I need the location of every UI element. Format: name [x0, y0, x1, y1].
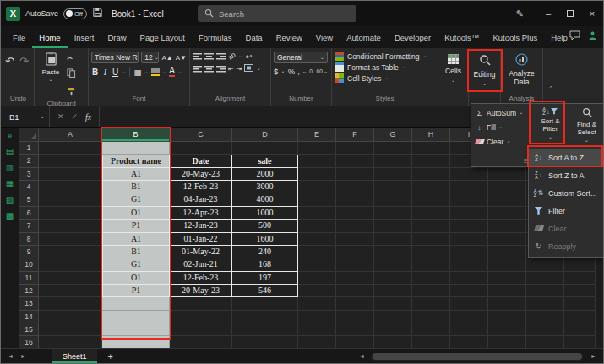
cell-G7[interactable] [374, 220, 412, 232]
cell-F7[interactable] [336, 220, 374, 232]
row-header-14[interactable]: 14 [19, 311, 39, 323]
cell-E8[interactable] [298, 233, 336, 246]
menu-item-custom-sort[interactable]: AZ⇅ Custom Sort... [529, 184, 603, 202]
cell-A4[interactable] [39, 181, 102, 193]
search-box[interactable]: Search [198, 5, 356, 22]
next-sheet-icon[interactable]: ► [20, 353, 26, 359]
cell-C10[interactable]: 02-Jun-21 [170, 258, 232, 271]
row-header-2[interactable]: 2 [19, 155, 39, 167]
row-header-8[interactable]: 8 [19, 233, 39, 246]
format-as-table-button[interactable]: Format as Table [335, 62, 435, 72]
tab-data[interactable]: Data [239, 26, 269, 48]
cell-F9[interactable] [336, 246, 374, 258]
cell-J11[interactable] [488, 272, 526, 285]
font-color-button[interactable]: A [169, 67, 175, 77]
cell-G4[interactable] [374, 181, 412, 193]
tab-file[interactable]: File [6, 26, 32, 48]
cell-F2[interactable] [336, 155, 374, 167]
cell-F10[interactable] [336, 258, 374, 271]
cell-G13[interactable] [374, 297, 412, 310]
kutools-icon-2[interactable]: ▤ [6, 148, 14, 156]
cell-J5[interactable] [488, 193, 526, 206]
cell-A10[interactable] [39, 258, 102, 271]
cell-A6[interactable] [39, 207, 102, 220]
font-size-select[interactable]: 12 [141, 52, 159, 63]
row-header-4[interactable]: 4 [19, 181, 39, 193]
cell-I7[interactable] [450, 220, 488, 232]
align-top-icon[interactable] [193, 52, 202, 60]
cell-D9[interactable]: 240 [232, 246, 298, 258]
cell-H6[interactable] [412, 207, 450, 220]
cell-B1[interactable] [102, 142, 170, 155]
cell-A12[interactable] [39, 285, 102, 297]
cell-H14[interactable] [412, 311, 450, 323]
cell-G3[interactable] [374, 168, 412, 181]
copy-icon[interactable] [67, 66, 76, 81]
insert-function-icon[interactable]: fx [85, 112, 91, 122]
fill-color-button[interactable] [151, 68, 160, 76]
cell-D15[interactable] [232, 323, 298, 336]
cell-B10[interactable]: G1 [102, 258, 170, 271]
row-header-11[interactable]: 11 [19, 272, 39, 285]
cell-C11[interactable]: 12-Feb-23 [170, 272, 232, 285]
column-header-B[interactable]: B [102, 128, 170, 142]
cell-D11[interactable]: 197 [232, 272, 298, 285]
row-header-7[interactable]: 7 [19, 220, 39, 232]
conditional-formatting-button[interactable]: Conditional Formatting [335, 52, 435, 61]
cell-I13[interactable] [450, 297, 488, 310]
cell-J12[interactable] [488, 285, 526, 297]
maximize-button[interactable] [559, 1, 581, 26]
row-header-9[interactable]: 9 [19, 246, 39, 258]
cell-L10[interactable] [564, 258, 596, 271]
cell-C15[interactable] [170, 323, 232, 336]
tab-draw[interactable]: Draw [101, 26, 133, 48]
cell-H12[interactable] [412, 285, 450, 297]
cell-B9[interactable]: B1 [102, 246, 170, 258]
cell-B14[interactable] [102, 311, 170, 323]
cell-J10[interactable] [488, 258, 526, 271]
cell-A14[interactable] [39, 311, 102, 323]
cell-A8[interactable] [39, 233, 102, 246]
cell-G5[interactable] [374, 193, 412, 206]
cell-D6[interactable]: 1000 [232, 207, 298, 220]
cell-F8[interactable] [336, 233, 374, 246]
cell-K13[interactable] [526, 297, 564, 310]
cell-F1[interactable] [336, 142, 374, 155]
cell-A9[interactable] [39, 246, 102, 258]
cell-E1[interactable] [298, 142, 336, 155]
cancel-icon[interactable]: ✕ [57, 112, 64, 121]
kutools-icon-1[interactable]: » [8, 132, 13, 140]
tab-review[interactable]: Review [269, 26, 309, 48]
cell-A7[interactable] [39, 220, 102, 232]
share-icon[interactable] [587, 29, 598, 44]
cell-K12[interactable] [526, 285, 564, 297]
cell-E7[interactable] [298, 220, 336, 232]
cell-H4[interactable] [412, 181, 450, 193]
grow-font-icon[interactable]: A▲ [161, 54, 172, 62]
cell-H15[interactable] [412, 323, 450, 336]
autosum-button[interactable]: Σ AutoSum [471, 106, 531, 120]
align-right-icon[interactable] [216, 65, 226, 73]
cell-I4[interactable] [450, 181, 488, 193]
scroll-right-icon[interactable]: ► [590, 353, 596, 359]
wrap-text-icon[interactable]: ↩ [245, 52, 252, 61]
column-header-C[interactable]: C [170, 128, 232, 142]
column-header-E[interactable]: E [298, 128, 336, 142]
cell-K10[interactable] [526, 258, 564, 271]
cell-F11[interactable] [336, 272, 374, 285]
save-icon[interactable] [92, 6, 103, 21]
menu-item-sort-a-to-z[interactable]: AZ↓ Sort A to Z [529, 149, 603, 166]
kutools-icon-5[interactable]: ▧ [6, 196, 14, 204]
scroll-left-icon[interactable]: ◄ [359, 353, 365, 359]
find-select-button[interactable]: Find & Select [569, 106, 604, 144]
cell-I12[interactable] [450, 285, 488, 297]
cell-L14[interactable] [564, 311, 596, 323]
clear-button[interactable]: Clear [471, 134, 531, 149]
cell-D13[interactable] [232, 297, 298, 310]
cell-J7[interactable] [488, 220, 526, 232]
kutools-icon-4[interactable]: ▦ [6, 180, 14, 188]
cell-C4[interactable]: 12-Feb-23 [170, 181, 232, 193]
cell-F15[interactable] [336, 323, 374, 336]
row-header-6[interactable]: 6 [19, 207, 39, 220]
cell-C6[interactable]: 12-Apr-23 [170, 207, 232, 220]
